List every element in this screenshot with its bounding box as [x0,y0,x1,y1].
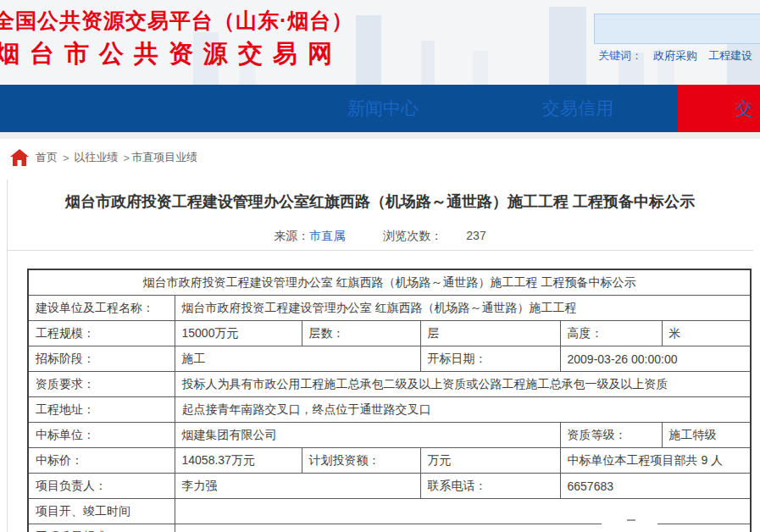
keyword-link-gov-procurement[interactable]: 政府采购 [653,48,697,64]
row-value: 14058.37万元 [175,448,302,474]
keyword-link-construction[interactable]: 工程建设 [708,48,752,64]
row-value: 施工特级 [662,423,751,448]
site-banner: 全国公共资源交易平台（山东·烟台） 烟台市公共资源交易网 关键词： 政府采购 工… [0,0,760,85]
row-label: 中标价： [28,448,175,474]
table-row-winner: 中标单位： 烟建集团有限公司 资质等级： 施工特级 [28,423,751,448]
table-row-scale: 工程规模： 15000万元 层数： 层 高度： 米 [28,321,751,346]
row-value: 2009-03-26 00:00:00 [560,346,751,372]
table-row-qualification: 资质要求： 投标人为具有市政公用工程施工总承包二级及以上资质或公路工程施工总承包… [28,372,751,397]
site-title-line1: 全国公共资源交易平台（山东·烟台） [0,7,353,35]
page-title: 烟台市政府投资工程建设管理办公室红旗西路（机场路～通世路）施工工程 工程预备中标… [7,191,753,212]
row-value [175,524,751,532]
breadcrumb-city-projects[interactable]: 市直项目业绩 [131,150,197,165]
views-value: 237 [466,229,485,244]
row-label: 工程规模： [28,321,175,346]
row-value: 起点接青年南路交叉口，终点位于通世路交叉口 [175,397,751,423]
row-label: 项目负责人： [28,474,175,499]
main-nav: 新闻中心 交易信用 交 [0,85,760,132]
table-title-cell: 烟台市政府投资工程建设管理办公室 红旗西路（机场路～通世路）施工工程 工程预备中… [28,269,751,296]
row-value: 烟建集团有限公司 [175,423,560,448]
row-label: 建设单位及工程名称： [28,296,175,321]
row-label: 联系电话： [420,474,560,499]
row-value: 15000万元 [175,321,302,346]
table-row-owner: 建设单位及工程名称： 烟台市政府投资工程建设管理办公室 红旗西路（机场路～通世路… [28,296,751,321]
row-value: 6657683 [560,474,751,499]
row-label: 层数： [302,321,420,346]
source-label: 来源： [274,229,309,244]
skyline-building [421,41,435,85]
row-label: 开标日期： [420,346,560,372]
row-value: 万元 [420,448,560,474]
nav-item-active-label: 交 [735,85,753,132]
row-label: 项目开、竣工时间 [28,499,175,524]
page: 全国公共资源交易平台（山东·烟台） 烟台市公共资源交易网 关键词： 政府采购 工… [0,0,760,532]
table-row-price: 中标价： 14058.37万元 计划投资额： 万元 中标单位本工程项目部共 9 … [28,448,751,474]
views-label: 浏览次数： [383,229,442,244]
row-value: 投标人为具有市政公用工程施工总承包二级及以上资质或公路工程施工总承包一级及以上资… [175,372,751,397]
source-link[interactable]: 市直属 [309,229,345,244]
nav-item-news-center[interactable]: 新闻中心 [347,85,419,132]
row-label: 中标单位： [28,423,175,448]
skyline-building [356,15,381,85]
row-label: 高度： [560,321,662,346]
row-value: 层 [420,321,560,346]
row-label: 计划投资额： [302,448,420,474]
row-value: 中标单位本工程项目部共 9 人 [560,448,751,474]
breadcrumb-past-performance[interactable]: 以往业绩 [75,150,119,165]
project-detail-table: 烟台市政府投资工程建设管理办公室 红旗西路（机场路～通世路）施工工程 工程预备中… [27,269,752,532]
row-value: 施工 [175,346,420,372]
table-row-stage: 招标阶段： 施工 开标日期： 2009-03-26 00:00:00 [28,346,751,372]
overlay-dash [627,519,635,521]
skyline-building [549,7,586,85]
keywords-label: 关键词： [598,48,642,64]
row-value: 李力强 [175,474,420,499]
breadcrumb: 首页 > 以往业绩 > 市直项目业绩 [10,149,197,166]
skyline-building [473,51,488,85]
row-label: 工程地址： [28,397,175,423]
home-icon [10,149,29,166]
row-value [175,499,751,524]
nav-item-trade-credit[interactable]: 交易信用 [542,85,613,132]
article-meta: 来源：市直属浏览次数：237 [7,229,753,244]
row-label: 招标阶段： [28,346,175,372]
search-input[interactable] [594,14,760,44]
nav-item-active[interactable]: 交 [678,85,760,132]
breadcrumb-home[interactable]: 首页 [36,150,58,165]
nav-bottom-strip [0,132,760,139]
row-value: 米 [662,321,751,346]
table-row-title: 烟台市政府投资工程建设管理办公室 红旗西路（机场路～通世路）施工工程 工程预备中… [28,269,751,296]
content-divider [7,250,753,251]
site-title-line2: 烟台市公共资源交易网 [0,37,342,71]
table-row-manager: 项目负责人： 李力强 联系电话： 6657683 [28,474,751,499]
floating-overlay [602,512,657,527]
table-row-address: 工程地址： 起点接青年南路交叉口，终点位于通世路交叉口 [28,397,751,423]
row-label: 资质要求： [28,372,175,397]
keyword-row: 关键词： 政府采购 工程建设 招标公告 [598,48,760,64]
row-label: 工程质量标准 [28,524,175,532]
row-label: 资质等级： [560,423,662,448]
breadcrumb-separator: > [63,152,69,164]
row-value: 烟台市政府投资工程建设管理办公室 红旗西路（机场路～通世路）施工工程 [175,296,751,321]
breadcrumb-separator: > [124,152,130,164]
